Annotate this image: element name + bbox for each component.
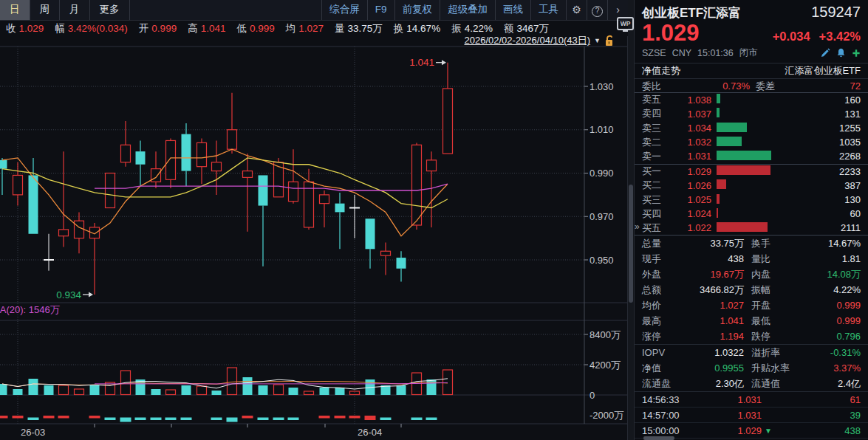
depth-bar-wrap — [711, 123, 815, 134]
svg-text:1.010: 1.010 — [590, 124, 614, 135]
period-tab-周[interactable]: 周 — [30, 0, 61, 20]
order-price: 1.037 — [669, 109, 711, 120]
order-volume: 131 — [815, 109, 861, 120]
stat-label: 净值 — [642, 362, 683, 375]
settings-gear-icon[interactable]: ⚙ — [566, 0, 587, 20]
stats-grid: 总量33.75万换手14.67%现手438量比1.81外盘19.67万内盘14.… — [635, 236, 868, 344]
stat-label: 最低 — [744, 314, 793, 328]
menu-item-F9[interactable]: F9 — [367, 0, 394, 20]
quote-stat: 量33.75万 — [335, 22, 383, 35]
stat-value: 14.67% — [793, 238, 861, 249]
period-tab-月[interactable]: 月 — [60, 0, 90, 20]
unlocked-lock-icon[interactable] — [604, 35, 615, 47]
svg-text:1.030: 1.030 — [590, 81, 614, 92]
quote-stat-label: 高 — [188, 23, 198, 34]
trade-direction-icon: ▼ — [762, 427, 775, 435]
stat-label: 溢折率 — [744, 346, 800, 360]
nav-trend-row[interactable]: 净值走势 汇添富创业板ETF — [635, 63, 868, 78]
quote-stat-value: 3.42%(0.034) — [68, 23, 128, 34]
order-row-bid[interactable]: 买五1.0222111 — [635, 221, 868, 235]
menu-item-综合屏[interactable]: 综合屏 — [321, 0, 367, 20]
depth-bar-wrap — [711, 179, 815, 191]
menu-item-超级叠加[interactable]: 超级叠加 — [440, 0, 495, 20]
quote-stat: 低0.999 — [236, 22, 274, 35]
menu-item-前复权[interactable]: 前复权 — [394, 0, 440, 20]
panel-scrollbar[interactable] — [643, 436, 674, 440]
nav-trend-label: 净值走势 — [642, 64, 680, 78]
stat-value: 1.194 — [676, 331, 744, 342]
date-range-selector[interactable]: 2026/02/02-2026/04/10(43日) — [465, 34, 591, 47]
order-row-bid[interactable]: 买三1.025130 — [635, 193, 868, 207]
quote-stat-label: 量 — [335, 23, 345, 34]
order-row-ask[interactable]: 卖三1.0341255 — [635, 121, 868, 135]
depth-bar — [717, 137, 742, 146]
period-tab-日[interactable]: 日 — [0, 0, 30, 20]
quote-stat: 开0.999 — [139, 22, 177, 35]
order-level-label: 卖二 — [642, 136, 669, 149]
quote-stat: 均1.027 — [286, 22, 324, 35]
collapse-panel-handle[interactable]: » — [635, 221, 640, 232]
trade-row: 14:56:331.03161 — [635, 392, 868, 408]
stat-row: 涨停1.194跌停0.796 — [635, 329, 868, 344]
order-row-ask[interactable]: 卖四1.037131 — [635, 107, 868, 121]
depth-bar-wrap — [711, 151, 815, 162]
kline-chart[interactable]: 1.0301.0100.9900.9700.9508400万4200万0-200… — [0, 0, 628, 440]
depth-bar — [717, 208, 718, 218]
order-row-bid[interactable]: 买二1.026387 — [635, 179, 868, 193]
trade-time: 14:57:00 — [642, 410, 700, 421]
weibi-row: 委比 0.73% 委差 72 — [635, 79, 868, 92]
menu-item-画线[interactable]: 画线 — [495, 0, 530, 20]
price-change-pct: +3.42% — [819, 30, 861, 44]
depth-bar — [717, 179, 726, 189]
order-volume: 60 — [815, 208, 861, 219]
stat-row: 外盘19.67万内盘14.08万 — [635, 267, 868, 282]
help-icon[interactable]: ? — [587, 0, 607, 20]
wp-label: WP — [621, 20, 631, 27]
market-status-row: SZSE CNY 15:01:36 闭市 — [635, 45, 868, 63]
stat-value: 0.796 — [793, 331, 861, 342]
order-level-label: 买三 — [642, 193, 669, 207]
order-row-bid[interactable]: 买四1.02460 — [635, 207, 868, 221]
wp-widget-icon[interactable]: WP — [617, 17, 634, 30]
quote-stat-label: 开 — [139, 23, 149, 34]
menu-item-工具[interactable]: 工具 — [530, 0, 566, 20]
full-fund-name: 汇添富创业板ETF — [785, 64, 861, 78]
order-volume: 387 — [815, 180, 861, 191]
order-level-label: 买五 — [642, 221, 669, 235]
period-tabs: 日周月更多 — [0, 0, 130, 20]
panel-splitter[interactable] — [628, 0, 634, 440]
order-price: 1.022 — [669, 222, 711, 233]
quote-stat: 幅3.42%(0.034) — [55, 22, 128, 35]
depth-bar-wrap — [711, 94, 815, 106]
trade-volume: 61 — [775, 394, 861, 405]
trade-price: 1.031 — [700, 410, 762, 421]
stat-value: 33.75万 — [676, 237, 744, 250]
quote-stat-label: 幅 — [55, 23, 65, 34]
order-level-label: 卖三 — [642, 122, 669, 135]
quote-stat-label: 换 — [394, 23, 404, 34]
period-tab-更多[interactable]: 更多 — [90, 0, 130, 20]
security-name: 创业板ETF汇添富 — [642, 4, 741, 21]
chart-scrollbar-thumb[interactable] — [629, 185, 633, 303]
dropdown-caret-icon[interactable]: ▼ — [594, 37, 601, 44]
stat-row: IOPV1.0322溢折率-0.31% — [635, 345, 868, 360]
add-plus-icon[interactable] — [852, 49, 861, 58]
edit-pencil-icon[interactable] — [821, 48, 830, 58]
quote-stat-label: 振 — [451, 23, 462, 34]
stat-value: 1.0322 — [683, 347, 744, 358]
order-row-ask[interactable]: 卖五1.038160 — [635, 93, 868, 107]
alert-bell-icon[interactable] — [836, 48, 846, 58]
depth-bar-wrap — [711, 208, 815, 220]
quote-stat-label: 额 — [504, 23, 514, 34]
order-row-bid[interactable]: 买一1.0292233 — [635, 165, 868, 179]
order-row-ask[interactable]: 卖一1.0312268 — [635, 149, 868, 163]
order-volume: 2111 — [815, 222, 861, 233]
order-price: 1.034 — [669, 123, 711, 134]
stat-label: 量比 — [744, 252, 793, 266]
quote-stat-value: 33.75万 — [348, 23, 383, 34]
stat-label: 流通盘 — [642, 377, 683, 391]
order-row-ask[interactable]: 卖二1.0321035 — [635, 135, 868, 149]
last-price: 1.029 — [642, 21, 700, 45]
tick-trades: 14:56:331.0316114:57:001.0313915:00:001.… — [635, 392, 868, 439]
svg-text:8400万: 8400万 — [590, 329, 621, 340]
